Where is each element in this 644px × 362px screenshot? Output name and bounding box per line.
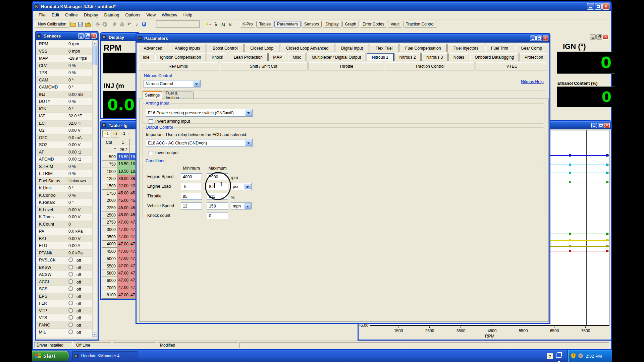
param-tab[interactable]: Nitrous 3 [421,53,448,61]
knock-count-max-field[interactable]: 0 [207,212,228,219]
param-tab[interactable]: Nitrous 2 [394,53,421,61]
param-tab[interactable]: Closed Loop [244,44,279,52]
vehicle-speed-min-field[interactable]: 12 [181,202,202,209]
save-icon[interactable] [77,21,84,27]
table-titlebar[interactable]: K Table - Ig [101,121,136,129]
parameters-restore-icon[interactable] [536,36,542,41]
engine-speed-min-field[interactable]: 4000 [181,173,202,180]
sensor-row[interactable]: IGN 0 ° [37,106,93,113]
note-icon[interactable]: ♪ [133,21,141,27]
rpm-row-header[interactable]: 1500 [102,182,117,190]
param-tab[interactable]: Advanced [138,44,168,52]
display-titlebar[interactable]: K Display [101,33,139,41]
tab-settings[interactable]: Settings [143,91,162,99]
datalog-icon[interactable]: ▲ [205,21,212,27]
start-button[interactable]: start [32,351,69,361]
nav-button[interactable]: K-Pro [240,21,256,27]
param-tab[interactable]: MAP [268,53,287,61]
sensor-row[interactable]: Fuel Status Unknown [37,178,93,185]
scroll-down-icon[interactable]: ▼ [93,332,97,337]
increase-1-button[interactable]: ↑1 [120,131,126,136]
sensor-row[interactable]: FLR off [37,300,93,307]
rpm-row-header[interactable]: 2250 [102,204,117,212]
arming-input-select[interactable]: E16 Power steering pressure switch (GND=… [146,109,253,117]
nav-button[interactable]: Error Codes [360,21,387,27]
sensor-row[interactable]: ACCL off [37,279,93,286]
sensor-row[interactable]: SO2 0.00 V [37,141,93,149]
sensor-row[interactable]: RPM 0 rpm [37,41,93,48]
engine-load-min-field[interactable]: -5 [181,183,202,190]
table-cell[interactable]: 47.00 [117,255,130,262]
engine-load-unit-select[interactable]: psi [231,183,252,190]
table-cell[interactable]: 47.00 [117,291,130,299]
sensor-row[interactable]: PA 0.0 kPa [37,228,93,235]
increase-2-button[interactable]: ↑ [127,131,131,136]
param-tab[interactable]: Rev Limits [138,62,218,70]
cascade-windows-icon[interactable] [556,352,561,362]
chevron-down-icon[interactable] [246,140,252,146]
close-icon[interactable]: ✕ [602,3,609,10]
table-cell[interactable]: 47.00 [117,284,130,292]
parameters-close-icon[interactable]: ✕ [543,36,548,41]
table-cell[interactable]: 47.00 [117,277,130,284]
open-folder-icon[interactable] [69,21,77,27]
lambda-datalog-icon[interactable]: λ [227,21,234,27]
table-cell[interactable]: 47.00 [117,241,130,248]
output-select[interactable]: E18 ACC - AC Clutch (GND=on) [146,139,253,147]
rpm-row-header[interactable]: 1750 [102,190,117,197]
rpm-row-header[interactable]: 500 [102,153,117,161]
scroll-up-icon[interactable]: ▲ [93,41,97,45]
lambda-icon[interactable]: λ [212,21,220,27]
nav-button[interactable]: Parameters [274,21,301,27]
table-cell[interactable]: 36.00 [117,175,130,182]
menu-item[interactable]: Window [159,11,180,18]
sensor-row[interactable]: RVSLCK off [37,257,93,264]
nav-button[interactable]: Graph [342,21,359,27]
chevron-down-icon[interactable] [245,184,251,189]
table-cell[interactable]: 45.00 [117,212,130,219]
param-tab[interactable]: Misc [288,53,306,61]
invert-output-checkbox[interactable] [149,151,153,155]
sensor-row[interactable]: BAT 0.00 V [37,235,93,243]
undo-icon[interactable]: ↶ [126,21,133,27]
rpm-row-header[interactable]: 5000 [102,255,117,262]
menu-item[interactable]: Online [62,11,81,18]
parameters-titlebar[interactable]: K Parameters ✕ [137,34,549,43]
upload-icon[interactable] [94,21,101,27]
sensors-scrollbar[interactable]: ▲ ▼ [92,41,97,337]
menu-item[interactable]: View [143,11,159,18]
param-tab[interactable]: Boost Control [207,44,244,52]
sensor-row[interactable]: CAM 0 ° [37,77,93,84]
chevron-down-icon[interactable] [194,81,200,87]
vehicle-speed-unit-select[interactable]: mph [231,202,252,209]
new-calibration-button[interactable]: New Calibration [35,21,69,27]
table-cell[interactable]: 47.00 [117,269,130,277]
menu-item[interactable]: Help [180,11,195,18]
graph-restore-icon[interactable] [598,123,603,128]
ignition-table-1-button[interactable]: 1 [102,130,110,137]
sensor-row[interactable]: ACSW off [37,271,93,279]
nav-button[interactable]: Traction Control [403,21,437,27]
sensor-row[interactable]: IAT 32.0 °F [37,113,93,120]
param-tab[interactable]: Throttle [309,62,384,70]
rpm-row-header[interactable]: 5500 [102,262,117,270]
table-cell[interactable]: 18.50 [117,153,130,161]
sensor-row[interactable]: K.Limit 0 ° [37,185,93,192]
sensor-row[interactable]: AFCMD 0.00 :1 [37,156,93,163]
sensor-row[interactable]: TPS 0 % [37,69,93,77]
sensor-row[interactable]: AF 0.00 :1 [37,149,93,156]
sensors-restore-icon[interactable] [85,33,90,39]
nitrous-control-select[interactable]: Nitrous Control [144,80,201,87]
table-cell[interactable]: 47.00 [117,262,130,270]
param-tab[interactable]: Nitrous 1 [367,53,394,61]
menu-item[interactable]: Datalog [101,11,122,18]
vehicle-speed-max-field[interactable]: 158 [207,202,228,209]
menu-item[interactable]: File [36,11,49,18]
flash-icon[interactable] [111,21,118,27]
sensor-row[interactable]: MIL off [37,329,93,336]
rpm-row-header[interactable]: 4500 [102,248,117,255]
table-cell[interactable]: 18.50 [117,161,130,168]
param-tab[interactable]: VTEC [476,62,548,70]
invert-arming-checkbox[interactable] [149,119,153,124]
param-tab[interactable]: Knock [207,53,228,61]
